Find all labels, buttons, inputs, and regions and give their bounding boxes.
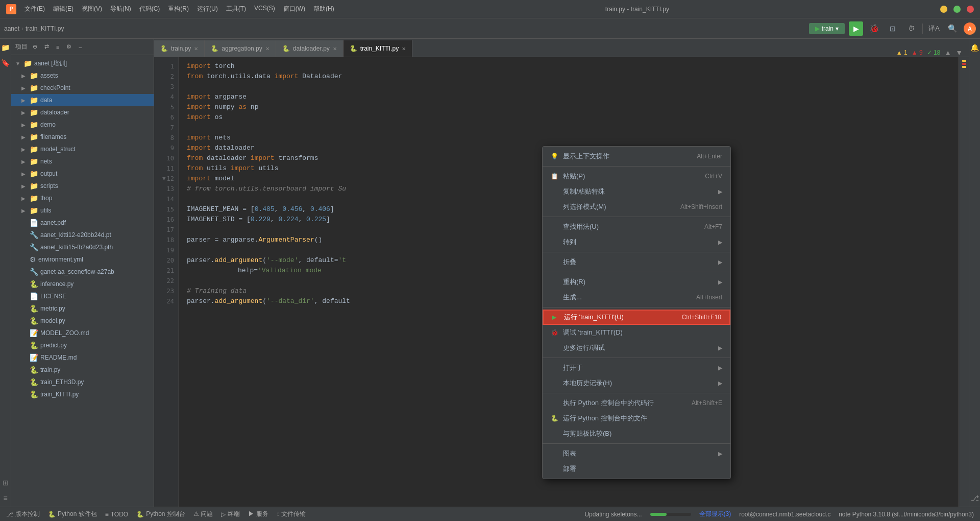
menu-tools[interactable]: 工具(T) [226, 5, 246, 13]
git-icon[interactable]: ⎇ [970, 493, 979, 503]
tree-item-license[interactable]: ▶ 📄 LICENSE [11, 290, 154, 302]
sidebar-btn-3[interactable]: ≡ [54, 43, 61, 51]
tree-item-aanet-pdf[interactable]: ▶ 📄 aanet.pdf [11, 217, 154, 229]
search-button[interactable]: 🔍 [945, 21, 960, 36]
check-badge[interactable]: ✓ 18 [927, 49, 941, 56]
menu-generate[interactable]: 生成... Alt+Insert [543, 290, 730, 305]
menu-code[interactable]: 代码(C) [139, 5, 160, 13]
tab-train-py-close[interactable]: ✕ [194, 46, 198, 52]
tree-item-predict[interactable]: ▶ 🐍 predict.py [11, 339, 154, 351]
status-services[interactable]: ▶ 服务 [248, 510, 268, 518]
warning-badge[interactable]: ▲ 1 [896, 49, 908, 56]
close-button[interactable] [967, 6, 974, 13]
bookmark-icon[interactable]: 🔖 [1, 58, 10, 67]
tree-item-filenames[interactable]: ▶ 📁 filenames [11, 131, 154, 143]
tree-item-model-struct[interactable]: ▶ 📁 model_struct [11, 143, 154, 155]
tree-item-thop[interactable]: ▶ 📁 thop [11, 192, 154, 204]
run-config-dropdown[interactable]: ▶ train ▾ [809, 23, 845, 34]
tree-item-assets[interactable]: ▶ 📁 assets [11, 69, 154, 82]
menu-paste-special[interactable]: 复制/粘贴特殊 ▶ [543, 184, 730, 199]
menu-refactor[interactable]: 重构(R) [168, 5, 189, 13]
menu-debug-kitti[interactable]: 🐞 调试 'train_KITTI'(D) [543, 325, 730, 340]
collapse-icon[interactable]: ▲ [944, 49, 951, 57]
tab-train-kitti[interactable]: 🐍 train_KITTI.py ✕ [344, 40, 412, 57]
expand-icon[interactable]: ▼ [955, 49, 963, 57]
structure-icon[interactable]: ⊞ [1, 478, 10, 487]
menu-diagrams[interactable]: 图表 ▶ [543, 446, 730, 461]
notifications-icon[interactable]: 🔔 [970, 43, 979, 52]
translate-button[interactable]: 译A [927, 21, 941, 36]
tab-train-py[interactable]: 🐍 train.py ✕ [154, 40, 205, 57]
menu-run[interactable]: 运行(U) [197, 5, 218, 13]
menu-view[interactable]: 视图(V) [82, 5, 102, 13]
menu-paste[interactable]: 📋 粘贴(P) Ctrl+V [543, 169, 730, 184]
tree-item-scripts[interactable]: ▶ 📁 scripts [11, 180, 154, 192]
minimize-button[interactable] [940, 6, 947, 13]
tree-item-utils[interactable]: ▶ 📁 utils [11, 204, 154, 217]
menu-vcs[interactable]: VCS(S) [254, 5, 275, 13]
menu-more-run[interactable]: 更多运行/调试 ▶ [543, 340, 730, 356]
menu-window[interactable]: 窗口(W) [283, 5, 305, 13]
sidebar-btn-1[interactable]: ⊕ [31, 42, 39, 51]
tree-item-data[interactable]: ▶ 📁 data [11, 94, 154, 106]
coverage-button[interactable]: ⊡ [886, 21, 900, 36]
status-vcs[interactable]: ⎇ 版本控制 [6, 510, 40, 518]
tab-dataloader-close[interactable]: ✕ [333, 46, 337, 52]
tree-item-dataloader[interactable]: ▶ 📁 dataloader [11, 106, 154, 119]
user-avatar[interactable]: A [964, 22, 976, 35]
menu-help[interactable]: 帮助(H) [313, 5, 334, 13]
status-todo[interactable]: ≡ TODO [105, 511, 128, 518]
menu-find-usages[interactable]: 查找用法(U) Alt+F7 [543, 219, 730, 234]
menu-edit[interactable]: 编辑(E) [53, 5, 74, 13]
menu-file[interactable]: 文件(E) [24, 5, 45, 13]
menu-context-actions[interactable]: 💡 显示上下文操作 Alt+Enter [543, 149, 730, 164]
tree-item-ganet[interactable]: ▶ 🔧 ganet-aa_sceneflow-a27ab [11, 266, 154, 278]
sidebar-settings[interactable]: ⚙ [64, 42, 74, 51]
tree-item-output[interactable]: ▶ 📁 output [11, 168, 154, 180]
tab-aggregation-close[interactable]: ✕ [265, 46, 270, 52]
menu-navigate[interactable]: 导航(N) [110, 5, 131, 13]
status-console[interactable]: 🐍 Python 控制台 [136, 510, 185, 518]
tree-item-demo[interactable]: ▶ 📁 demo [11, 119, 154, 131]
menu-open-in[interactable]: 打开于 ▶ [543, 360, 730, 375]
tree-item-checkpoint[interactable]: ▶ 📁 checkPoint [11, 82, 154, 94]
editor-scrollbar[interactable] [959, 57, 969, 507]
tree-item-aanet-kitti15[interactable]: ▶ 🔧 aanet_kitti15-fb2a0d23.pth [11, 241, 154, 253]
menu-run-console[interactable]: 🐍 运行 Python 控制台中的文件 [543, 411, 730, 426]
tree-item-inference[interactable]: ▶ 🐍 inference.py [11, 278, 154, 290]
tab-dataloader[interactable]: 🐍 dataloader.py ✕ [276, 40, 344, 57]
status-problems[interactable]: ⚠ 问题 [193, 510, 213, 518]
tree-item-environment[interactable]: ▶ ⚙ environment.yml [11, 253, 154, 266]
run-button[interactable]: ▶ [849, 21, 863, 36]
tree-item-model[interactable]: ▶ 🐍 model.py [11, 315, 154, 327]
menu-compare-clipboard[interactable]: 与剪贴板比较(B) [543, 426, 730, 441]
tree-item-readme[interactable]: ▶ 📝 README.md [11, 351, 154, 364]
menu-refactor[interactable]: 重构(R) ▶ [543, 274, 730, 290]
status-pkg[interactable]: 🐍 Python 软件包 [48, 510, 97, 518]
hierarchy-icon[interactable]: ≡ [1, 493, 10, 503]
menu-column-select[interactable]: 列选择模式(M) Alt+Shift+Insert [543, 199, 730, 215]
error-badge[interactable]: ▲ 9 [912, 49, 923, 56]
sidebar-hide[interactable]: – [77, 43, 84, 51]
tab-train-kitti-close[interactable]: ✕ [402, 46, 406, 52]
project-icon[interactable]: 📁 [1, 43, 10, 52]
profile-button[interactable]: ⏱ [904, 21, 918, 36]
tree-item-model-zoo[interactable]: ▶ 📝 MODEL_ZOO.md [11, 327, 154, 339]
tree-item-nets[interactable]: ▶ 📁 nets [11, 155, 154, 168]
tree-root[interactable]: ▼ 📁 aanet [培训] [11, 57, 154, 69]
tab-aggregation[interactable]: 🐍 aggregation.py ✕ [205, 40, 276, 57]
menu-deploy[interactable]: 部署 [543, 461, 730, 477]
debug-button[interactable]: 🐞 [867, 21, 881, 36]
status-interpreter[interactable]: note Python 3.10.8 (sf...t/miniconda3/bi… [839, 511, 974, 518]
tree-item-train[interactable]: ▶ 🐍 train.py [11, 364, 154, 376]
breadcrumb-root[interactable]: aanet [4, 25, 19, 32]
tree-item-train-kitti[interactable]: ▶ 🐍 train_KITTI.py [11, 388, 154, 400]
menu-run-kitti[interactable]: ▶ 运行 'train_KITTI'(U) Ctrl+Shift+F10 [543, 310, 730, 325]
tree-item-train-eth3d[interactable]: ▶ 🐍 train_ETH3D.py [11, 376, 154, 388]
menu-exec-console[interactable]: 执行 Python 控制台中的代码行 Alt+Shift+E [543, 395, 730, 411]
breadcrumb-file[interactable]: train_KITTI.py [26, 25, 64, 32]
menu-local-history[interactable]: 本地历史记录(H) ▶ [543, 375, 730, 391]
tree-item-metric[interactable]: ▶ 🐍 metric.py [11, 302, 154, 315]
menu-goto[interactable]: 转到 ▶ [543, 234, 730, 250]
status-transfer[interactable]: ↕ 文件传输 [277, 510, 306, 518]
